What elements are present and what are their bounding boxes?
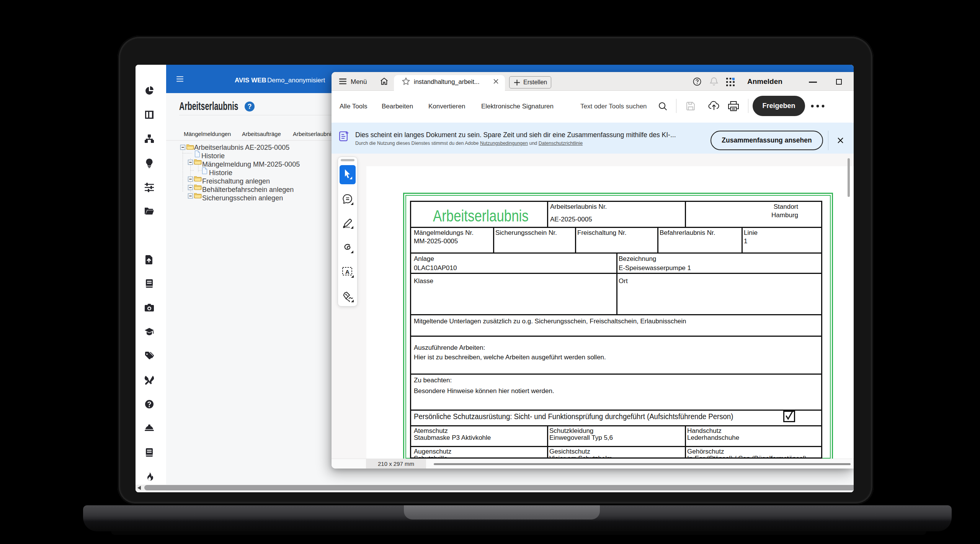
svg-text:A: A: [345, 269, 350, 275]
